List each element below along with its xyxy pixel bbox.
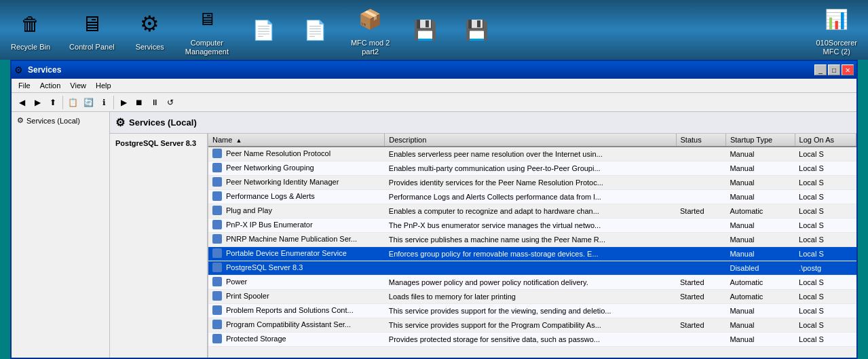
left-description-pane: PostgreSQL Server 8.3 [110, 134, 208, 358]
cell-description: Provides protected storage for sensitive… [385, 333, 676, 347]
column-header-startup[interactable]: Startup Type [725, 134, 795, 147]
table-row[interactable]: Print SpoolerLoads files to memory for l… [208, 290, 856, 304]
sidebar-item-label: Services (Local) [26, 117, 80, 125]
services-panel-icon: ⚙ [115, 116, 125, 129]
stop-button[interactable]: ⏹ [132, 95, 147, 110]
services-table-area[interactable]: Name ▲ Description Status Startup Type L… [208, 134, 856, 358]
taskbar-file4[interactable]: 💾 [455, 11, 498, 49]
taskbar-mfc-mod2[interactable]: 📦 MFC mod 2part2 [345, 1, 395, 59]
computer-management-label: ComputerManagement [185, 39, 229, 56]
back-button[interactable]: ◀ [14, 95, 29, 110]
cell-status [676, 304, 725, 318]
cell-description: Enables a computer to recognize and adap… [385, 204, 676, 219]
cell-logon: Local S [795, 318, 856, 333]
cell-name: Peer Name Resolution Protocol [208, 147, 385, 162]
cell-status [676, 162, 725, 176]
cell-status: Started [676, 290, 725, 304]
table-row[interactable]: PostgreSQL Server 8.3Disabled.\postg [208, 261, 856, 276]
column-header-status[interactable]: Status [676, 134, 725, 147]
column-header-name[interactable]: Name ▲ [208, 134, 385, 147]
toolbar: ◀ ▶ ⬆ 📋 🔄 ℹ ▶ ⏹ ⏸ ↺ [12, 93, 856, 112]
column-header-description[interactable]: Description [385, 134, 676, 147]
cell-logon: Local S [795, 190, 856, 204]
table-row[interactable]: Peer Networking GroupingEnables multi-pa… [208, 162, 856, 176]
cell-description [385, 261, 676, 276]
table-row[interactable]: Peer Name Resolution ProtocolEnables ser… [208, 147, 856, 162]
taskbar-computer-management[interactable]: 🖥 ComputerManagement [180, 1, 234, 59]
table-row[interactable]: Problem Reports and Solutions Cont...Thi… [208, 304, 856, 318]
control-panel-icon: 🖥 [75, 7, 108, 40]
table-row[interactable]: PnP-X IP Bus EnumeratorThe PnP-X bus enu… [208, 219, 856, 233]
show-hide-button[interactable]: 📋 [65, 95, 80, 110]
pause-button[interactable]: ⏸ [147, 95, 162, 110]
cell-name: Print Spooler [208, 290, 385, 304]
services-window: ⚙ Services _ □ ✕ File Action View Help ◀… [10, 60, 858, 359]
cell-description: Provides identity services for the Peer … [385, 176, 676, 190]
cell-name: Problem Reports and Solutions Cont... [208, 304, 385, 318]
services-panel-header: ⚙ Services (Local) [110, 112, 856, 134]
taskbar-control-panel[interactable]: 🖥 Control Panel [64, 5, 120, 54]
cell-name: PNRP Machine Name Publication Ser... [208, 233, 385, 247]
taskbar-file2[interactable]: 📄 [294, 11, 337, 49]
sidebar-item-services-local[interactable]: ⚙ Services (Local) [14, 115, 107, 126]
properties-button[interactable]: ℹ [96, 95, 111, 110]
refresh-button[interactable]: 🔄 [81, 95, 96, 110]
table-row[interactable]: Plug and PlayEnables a computer to recog… [208, 204, 856, 219]
cell-startup: Manual [725, 176, 795, 190]
menu-view[interactable]: View [66, 80, 90, 91]
cell-startup: Manual [725, 304, 795, 318]
cell-description: This service provides support for the vi… [385, 304, 676, 318]
minimize-button[interactable]: _ [814, 64, 827, 75]
cell-logon: Local S [795, 276, 856, 290]
cell-status: Started [676, 318, 725, 333]
table-row[interactable]: PowerManages power policy and power poli… [208, 276, 856, 290]
menubar: File Action View Help [12, 79, 856, 93]
cell-logon: Local S [795, 162, 856, 176]
menu-help[interactable]: Help [92, 80, 115, 91]
forward-button[interactable]: ▶ [30, 95, 45, 110]
taskbar-file3[interactable]: 💾 [403, 11, 447, 49]
maximize-button[interactable]: □ [828, 64, 840, 75]
cell-description: This service publishes a machine name us… [385, 233, 676, 247]
menu-action[interactable]: Action [36, 80, 65, 91]
services-panel-title: Services (Local) [129, 117, 197, 128]
sort-indicator: ▲ [235, 137, 242, 144]
cell-description: Performance Logs and Alerts Collects per… [385, 190, 676, 204]
cell-startup: Manual [725, 233, 795, 247]
cell-logon: Local S [795, 176, 856, 190]
start-button[interactable]: ▶ [116, 95, 131, 110]
table-row[interactable]: PNRP Machine Name Publication Ser...This… [208, 233, 856, 247]
cell-name: Program Compatibility Assistant Ser... [208, 318, 385, 333]
up-button[interactable]: ⬆ [45, 95, 60, 110]
taskbar-file1[interactable]: 📄 [242, 11, 286, 49]
restart-button[interactable]: ↺ [163, 95, 178, 110]
taskbar-010sorcerer[interactable]: 📊 010SorcererMFC (2) [810, 1, 863, 59]
010sorcerer-label: 010SorcererMFC (2) [816, 39, 857, 56]
cell-status [676, 247, 725, 261]
services-icon: ⚙ [134, 7, 166, 40]
taskbar-recycle-bin[interactable]: 🗑 Recycle Bin [5, 5, 56, 54]
table-row[interactable]: Performance Logs & AlertsPerformance Log… [208, 190, 856, 204]
cell-startup: Manual [725, 318, 795, 333]
cell-status: Started [676, 204, 725, 219]
table-row[interactable]: Program Compatibility Assistant Ser...Th… [208, 318, 856, 333]
table-row[interactable]: Protected StorageProvides protected stor… [208, 333, 856, 347]
file1-icon: 📄 [248, 14, 280, 46]
control-panel-label: Control Panel [69, 43, 115, 52]
cell-name: Peer Networking Identity Manager [208, 176, 385, 190]
cell-logon: Local S [795, 233, 856, 247]
menu-file[interactable]: File [14, 80, 35, 91]
cell-description: Manages power policy and power policy no… [385, 276, 676, 290]
cell-name: PnP-X IP Bus Enumerator [208, 219, 385, 233]
table-row[interactable]: Peer Networking Identity ManagerProvides… [208, 176, 856, 190]
cell-logon: Local S [795, 247, 856, 261]
close-button[interactable]: ✕ [842, 64, 854, 75]
cell-logon: Local S [795, 219, 856, 233]
services-local-icon: ⚙ [17, 116, 24, 125]
cell-logon: Local S [795, 147, 856, 162]
cell-startup: Automatic [725, 276, 795, 290]
column-header-logon[interactable]: Log On As [795, 134, 856, 147]
cell-logon: Local S [795, 290, 856, 304]
table-row[interactable]: Portable Device Enumerator ServiceEnforc… [208, 247, 856, 261]
taskbar-services[interactable]: ⚙ Services [128, 5, 172, 54]
